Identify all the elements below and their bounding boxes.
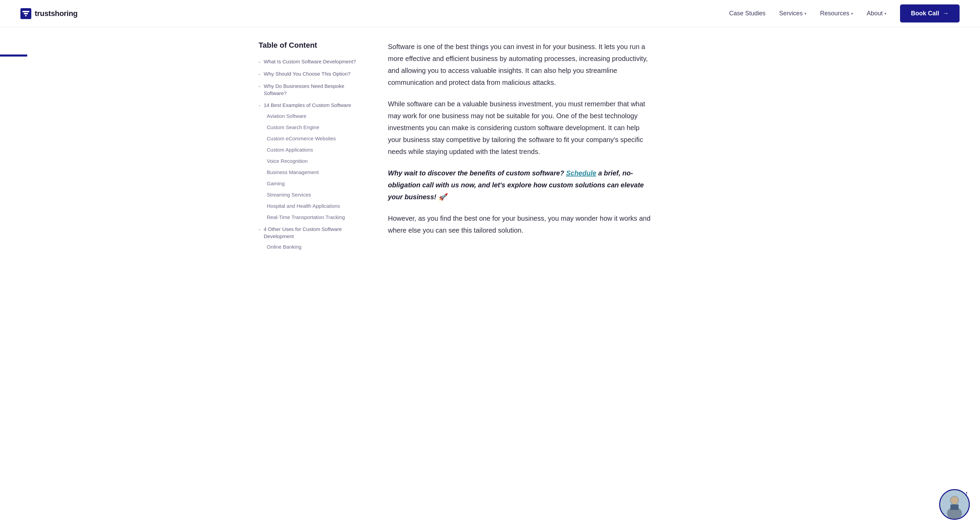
svg-rect-2	[24, 13, 28, 14]
toc-item-why-choose[interactable]: - Why Should You Choose This Option?	[259, 70, 357, 78]
toc-sub-item-search-engine[interactable]: Custom Search Engine	[267, 124, 357, 131]
main-content: Software is one of the best things you c…	[368, 27, 674, 269]
cta-before-text: Why wait to discover the benefits of cus…	[388, 169, 566, 177]
nav-services[interactable]: Services ▾	[779, 10, 807, 17]
dash-icon: -	[259, 226, 260, 233]
toc-sub-list: Online Banking	[259, 243, 357, 251]
dash-icon: -	[259, 70, 260, 78]
toc-sub-item-applications[interactable]: Custom Applications	[267, 146, 357, 153]
toc-sub-item-aviation[interactable]: Aviation Software	[267, 112, 357, 120]
site-header: trustshoring Case Studies Services ▾ Res…	[0, 0, 980, 27]
paragraph-3: However, as you find the best one for yo…	[388, 212, 653, 236]
toc-item-4-other[interactable]: - 4 Other Uses for Custom Software Devel…	[259, 225, 357, 240]
book-call-button[interactable]: Book Call →	[900, 5, 959, 22]
list-item: - 14 Best Examples of Custom Software Av…	[259, 102, 357, 221]
services-chevron-icon: ▾	[804, 11, 807, 16]
list-item: - Why Do Businesses Need Bespoke Softwar…	[259, 82, 357, 97]
svg-rect-3	[25, 15, 27, 16]
toc-sub-item-voice[interactable]: Voice Recognition	[267, 157, 357, 164]
toc-item-what-is[interactable]: - What Is Custom Software Development?	[259, 58, 357, 65]
logo-text: trustshoring	[35, 9, 78, 18]
nav-case-studies[interactable]: Case Studies	[729, 10, 765, 17]
toc-sub-item-online-banking[interactable]: Online Banking	[267, 243, 357, 251]
resources-chevron-icon: ▾	[851, 11, 853, 16]
nav-about[interactable]: About ▾	[867, 10, 886, 17]
toc-sub-item-business-mgmt[interactable]: Business Management	[267, 169, 357, 176]
main-nav: Case Studies Services ▾ Resources ▾ Abou…	[729, 5, 959, 22]
paragraph-cta: Why wait to discover the benefits of cus…	[388, 167, 653, 203]
arrow-icon: →	[943, 10, 949, 17]
toc-item-14-examples[interactable]: - 14 Best Examples of Custom Software	[259, 102, 357, 109]
toc-list: - What Is Custom Software Development? -…	[259, 58, 357, 251]
page-top-bar	[0, 54, 27, 57]
dash-icon: -	[259, 102, 260, 109]
svg-rect-1	[22, 11, 29, 12]
nav-resources[interactable]: Resources ▾	[820, 10, 853, 17]
toc-sub-item-transportation[interactable]: Real-Time Transportation Tracking	[267, 214, 357, 221]
logo[interactable]: trustshoring	[21, 8, 78, 19]
toc-sub-item-hospital[interactable]: Hospital and Health Applications	[267, 202, 357, 209]
toc-item-why-businesses[interactable]: - Why Do Businesses Need Bespoke Softwar…	[259, 82, 357, 97]
page-layout: Table of Content - What Is Custom Softwa…	[245, 27, 735, 269]
schedule-link[interactable]: Schedule	[566, 169, 596, 177]
toc-sub-list: Aviation Software Custom Search Engine C…	[259, 112, 357, 221]
dash-icon: -	[259, 83, 260, 90]
logo-icon	[21, 8, 31, 19]
list-item: - What Is Custom Software Development?	[259, 58, 357, 65]
list-item: - 4 Other Uses for Custom Software Devel…	[259, 225, 357, 251]
sidebar: Table of Content - What Is Custom Softwa…	[259, 27, 368, 269]
toc-title: Table of Content	[259, 41, 357, 50]
dash-icon: -	[259, 58, 260, 65]
about-chevron-icon: ▾	[885, 11, 886, 16]
paragraph-2: While software can be a valuable busines…	[388, 98, 653, 158]
list-item: - Why Should You Choose This Option?	[259, 70, 357, 78]
toc-sub-item-gaming[interactable]: Gaming	[267, 180, 357, 187]
toc-sub-item-streaming[interactable]: Streaming Services	[267, 191, 357, 198]
paragraph-1: Software is one of the best things you c…	[388, 41, 653, 89]
toc-sub-item-ecommerce[interactable]: Custom eCommerce Websites	[267, 135, 357, 142]
